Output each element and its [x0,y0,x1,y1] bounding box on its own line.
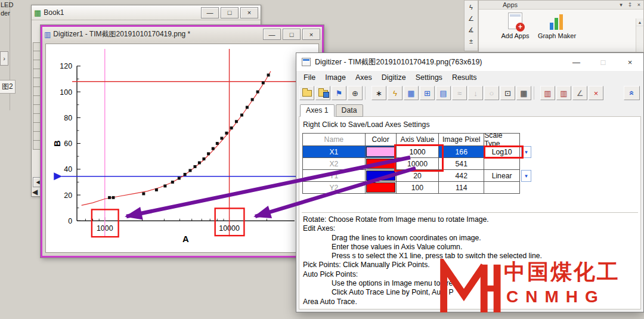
toolbar-auto-trace-line-button[interactable]: ⊞ [420,86,435,100]
menu-settings[interactable]: Settings [411,72,447,83]
panel-close-icon[interactable]: × [634,2,643,8]
cell-scale-type[interactable]: Linear [484,170,520,182]
menu-digitize[interactable]: Digitize [377,72,411,83]
toolbar-smooth-points-button[interactable]: ≈ [452,86,467,100]
panel-menu-icon[interactable]: ▾ [617,2,626,8]
toolbar-manual-pick-points-button[interactable]: ∗ [371,86,386,100]
toolbar-open-project-button[interactable] [299,86,314,100]
column-header-name: Name [303,134,366,146]
dialog-close-button[interactable]: × [617,53,643,71]
cell-axis-value-x2[interactable]: 10000 [397,158,439,170]
cell-color[interactable] [366,182,397,194]
cell-name[interactable]: Y2 [303,182,366,194]
left-fragment-text-1: LED [1,1,13,8]
book1-close-button[interactable]: × [240,7,258,18]
digitizer-window-close-button[interactable]: × [302,29,320,40]
toolbar-rotate-image-button[interactable]: ⚑ [332,86,346,100]
cell-color[interactable] [366,158,397,170]
line-tool-button[interactable]: ∠ [466,13,477,24]
cell-color[interactable] [366,146,397,158]
svg-text:100: 100 [60,88,72,97]
color-swatch-x2[interactable] [366,159,395,169]
scale-type-dropdown-x1[interactable]: ▼ [521,146,531,158]
column-header-scale-type: Scale Type [484,134,520,146]
cell-axis-value-y1[interactable]: 20 [397,170,439,182]
help-line-9: Click Auto Trace Line by Point, Auto P [303,288,639,297]
apps-panel: Apps ▾‡× ▲ +Add AppsGraph Maker [478,0,644,52]
apps-panel-header[interactable]: Apps ▾‡× [479,1,643,10]
axes-row-y2[interactable]: Y2100114 [303,182,520,194]
color-swatch-y2[interactable] [366,182,395,193]
axes-row-x2[interactable]: X210000541 [303,158,520,170]
toolbar-select-points-button[interactable]: ○ [484,86,499,100]
menu-file[interactable]: File [299,72,320,83]
digitizer-graph-area[interactable]: 020406080100120100010000AB [45,44,319,253]
color-swatch-x1[interactable] [366,147,395,157]
column-header-image-pixel: Image Pixel [439,134,484,146]
spark-tool-button[interactable]: ϟ [466,2,477,13]
open-project-icon [302,90,312,97]
toolbar-go-to-graph-button[interactable]: ⊡ [500,86,515,100]
cell-scale-type[interactable]: Log10 [484,146,520,158]
cell-name[interactable]: Y1 [303,170,366,182]
help-line-2: Edit Axes: [303,224,639,233]
toolbar-add-axis-button[interactable]: ∠ [572,86,587,100]
panel-pin-icon[interactable]: ‡ [626,2,634,8]
cell-image-pixel[interactable]: 541 [439,158,484,170]
help-line-3: Drag the lines to known coordinates on i… [303,234,639,243]
svg-text:A: A [182,234,189,244]
scale-type-dropdown-y1[interactable]: ▼ [521,170,531,182]
toolbar-collapse-button[interactable]: « [624,86,640,100]
app-item-graph-maker[interactable]: Graph Maker [537,13,577,39]
apps-scrollbar[interactable]: ▲ [636,18,643,52]
toolbar-add-y-line-button[interactable]: ▥ [556,86,571,100]
cell-color[interactable] [366,170,397,182]
toolbar-add-x-line-button[interactable]: ▥ [540,86,555,100]
scroll-up-icon[interactable]: ▲ [636,18,643,26]
help-divider [302,212,638,213]
app-item-add-apps[interactable]: +Add Apps [496,13,535,39]
cell-axis-value-y2[interactable]: 100 [397,182,439,194]
dialog-menubar: FileImageAxesDigitizeSettingsResults [296,71,643,84]
plus-minus-tool-button[interactable]: ± [466,36,477,47]
toolbar-go-to-data-button[interactable]: ▦ [516,86,531,100]
dialog-minimize-button[interactable]: — [563,53,590,71]
cell-image-pixel[interactable]: 166 [439,146,484,158]
cell-name[interactable]: X1 [303,146,366,158]
book1-minimize-button[interactable]: — [201,7,219,18]
tab-data[interactable]: Data [336,104,363,117]
dialog-titlebar[interactable]: Digitizer - TIM截图20191010170419.png(763x… [296,53,643,71]
cell-name[interactable]: X2 [303,158,366,170]
menu-results[interactable]: Results [447,72,482,83]
toolbar-delete-line-button[interactable]: × [589,86,603,100]
axes-hint-text: Right Click to Save/Load Axes Settings [303,120,430,129]
svg-text:60: 60 [64,140,72,148]
toolbar-import-image-button[interactable] [315,86,330,100]
menu-axes[interactable]: Axes [351,72,377,83]
toolbar-order-points-button[interactable]: ↓ [468,86,483,100]
toolbar-move-lines-button[interactable]: ⊕ [348,86,363,100]
digitizer-window-minimize-button[interactable]: — [263,29,281,40]
cell-image-pixel[interactable]: 114 [439,182,484,194]
toolbar-area-auto-trace-button[interactable]: ▤ [436,86,451,100]
cell-scale-type[interactable] [484,158,520,170]
menu-image[interactable]: Image [320,72,351,83]
color-swatch-y1[interactable] [366,171,395,181]
angle-tool-button[interactable]: ∡ [466,24,477,35]
cell-image-pixel[interactable]: 442 [439,170,484,182]
book1-maximize-button[interactable]: □ [221,7,239,18]
left-fragment-tab[interactable]: 图2 [0,80,16,94]
axes-row-y1[interactable]: Y120442Linear [303,170,520,182]
cell-axis-value-x1[interactable]: 1000 [397,146,439,158]
axes-row-x1[interactable]: X11000166Log10 [303,146,520,158]
import-image-icon [318,90,328,97]
book1-titlebar[interactable]: ▦ Book1 — □ × [32,5,261,20]
panel-expand-button[interactable]: › [0,51,8,66]
cell-scale-type[interactable] [484,182,520,194]
toolbar-auto-trace-by-point-button[interactable]: ▦ [404,86,419,100]
digitizer-window-titlebar[interactable]: ▥ Digitizer1 - TIM截图20191010170419.png *… [42,27,322,42]
tab-axes-1[interactable]: Axes 1 [300,104,335,117]
digitized-chart[interactable]: 020406080100120100010000AB [46,44,318,252]
toolbar-auto-trace-button[interactable]: ϟ [388,86,402,100]
digitizer-window-maximize-button[interactable]: □ [283,29,301,40]
